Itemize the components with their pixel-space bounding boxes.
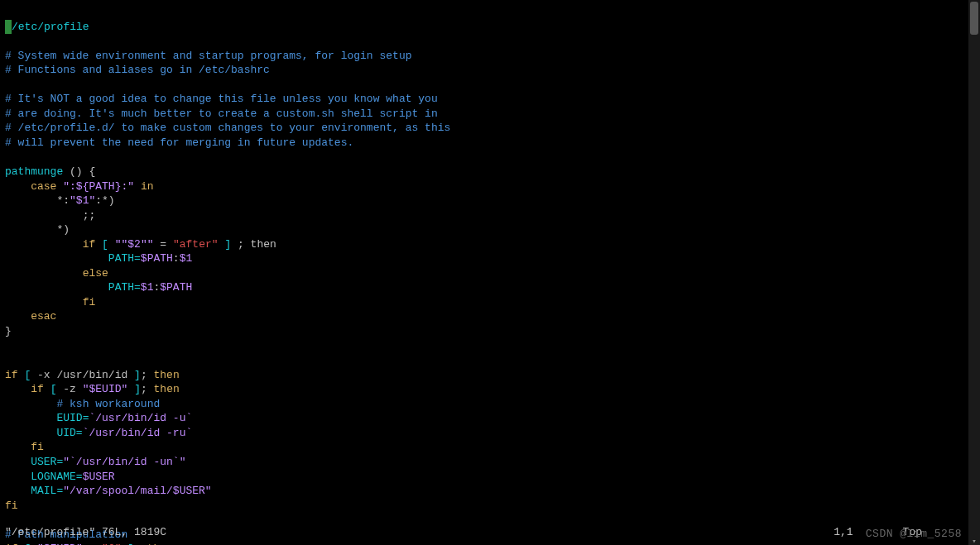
var-assign: USER= xyxy=(31,456,63,468)
brace-close: } xyxy=(5,325,12,337)
status-file-info: "/etc/profile" 76L, 1819C xyxy=(5,525,166,540)
var: $PATH xyxy=(160,281,192,294)
brace-open: () { xyxy=(70,165,95,178)
case-break: ;; xyxy=(83,209,96,222)
eq: = xyxy=(160,238,166,251)
backtick: `/usr/bin/id -u` xyxy=(89,412,192,424)
status-rowcol: 1,1 xyxy=(833,525,853,540)
comment-line: # It's NOT a good idea to change this fi… xyxy=(5,93,438,105)
kw-else: else xyxy=(83,267,108,280)
kw-in: in xyxy=(141,180,154,193)
scroll-down-arrow-icon[interactable]: ▾ xyxy=(970,537,978,545)
var-assign: MAIL= xyxy=(31,485,63,497)
comment-line: # System wide environment and startup pr… xyxy=(5,50,411,62)
var-assign: EUID= xyxy=(56,412,89,424)
var-assign: PATH= xyxy=(108,252,141,265)
cursor xyxy=(5,20,12,35)
var: "$2" xyxy=(121,238,147,251)
comment-line: # /etc/profile.d/ to make custom changes… xyxy=(5,122,450,134)
kw-case: case xyxy=(31,180,56,193)
file-path: /etc/profile xyxy=(12,21,89,33)
string: "after" xyxy=(173,238,219,251)
string: "/var/spool/mail/$USER" xyxy=(63,485,211,497)
comment-line: # are doing. It's much better to create … xyxy=(5,108,438,120)
scrollbar-thumb[interactable] xyxy=(970,2,978,35)
watermark-text: CSDN @lim_5258 xyxy=(866,527,962,542)
var: $1 xyxy=(180,252,193,265)
comment-line: # will prevent the need for merging in f… xyxy=(5,136,353,149)
vim-status-line: "/etc/profile" 76L, 1819C 1,1 Top xyxy=(5,525,963,540)
editor-viewport[interactable]: /etc/profile # System wide environment a… xyxy=(0,0,980,545)
var: $PATH xyxy=(141,252,173,265)
scrollbar-vertical[interactable]: ▴ ▾ xyxy=(968,0,980,545)
var: $1 xyxy=(141,281,154,294)
var: $USER xyxy=(83,471,115,483)
comment-line: # Functions and aliases go in /etc/bashr… xyxy=(5,64,270,76)
func-name: pathmunge xyxy=(5,165,63,178)
var-assign: PATH= xyxy=(108,281,141,294)
var-assign: LOGNAME= xyxy=(31,471,82,483)
bracket: [ xyxy=(102,238,108,251)
kw-if: if xyxy=(83,238,96,251)
var-assign: UID= xyxy=(56,427,82,439)
case-pattern: *: xyxy=(56,194,70,207)
backtick: "`/usr/bin/id -un`" xyxy=(63,456,185,468)
kw-if: if xyxy=(5,369,18,381)
comment-line: # ksh workaround xyxy=(56,398,160,410)
kw-fi: fi xyxy=(83,296,96,308)
case-pattern: *) xyxy=(56,223,70,236)
backtick: `/usr/bin/id -ru` xyxy=(83,427,193,439)
case-expr: ":${PATH}:" xyxy=(63,180,134,193)
kw-esac: esac xyxy=(31,310,56,323)
